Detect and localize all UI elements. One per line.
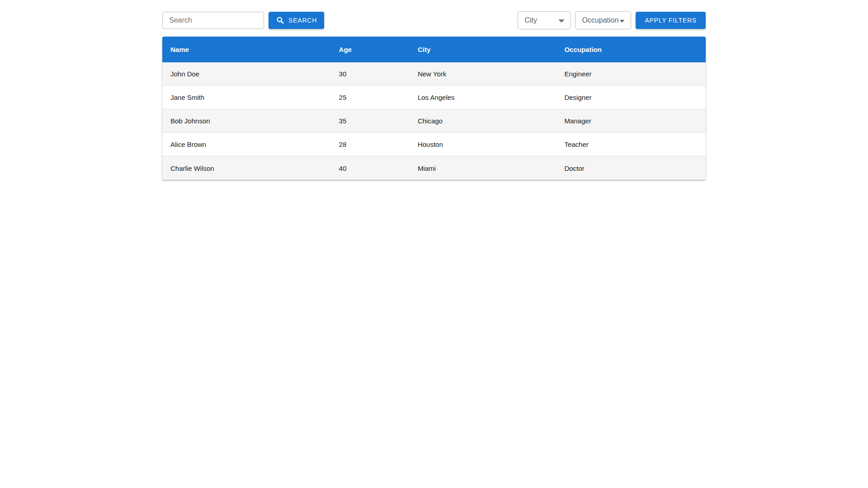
cell-occupation: Teacher [556, 133, 706, 156]
cell-age: 25 [331, 86, 410, 109]
data-table-card: Name Age City Occupation John Doe 30 New… [162, 37, 706, 180]
caret-down-icon [620, 20, 624, 23]
cell-name: Bob Johnson [162, 109, 331, 133]
table-row: Alice Brown 28 Houston Teacher [162, 133, 706, 156]
cell-age: 40 [331, 156, 410, 180]
search-input[interactable] [162, 12, 264, 29]
cell-name: John Doe [162, 62, 331, 86]
occupation-filter-label: Occupation [582, 16, 618, 24]
column-header-age: Age [331, 37, 410, 62]
cell-name: Charlie Wilson [162, 156, 331, 180]
table-header-row: Name Age City Occupation [162, 37, 706, 62]
search-button[interactable]: SEARCH [269, 12, 324, 29]
search-bar: SEARCH [162, 12, 324, 29]
column-header-city: City [410, 37, 557, 62]
cell-city: Los Angeles [410, 86, 557, 109]
column-header-name: Name [162, 37, 331, 62]
cell-name: Jane Smith [162, 86, 331, 109]
data-table: Name Age City Occupation John Doe 30 New… [162, 37, 706, 180]
cell-occupation: Engineer [556, 62, 706, 86]
search-button-label: SEARCH [288, 17, 317, 24]
select-arrow-down-icon [558, 19, 565, 23]
apply-filters-button[interactable]: APPLY FILTERS [636, 12, 706, 29]
cell-occupation: Manager [556, 109, 706, 133]
cell-occupation: Doctor [556, 156, 706, 180]
table-row: Charlie Wilson 40 Miami Doctor [162, 156, 706, 180]
occupation-filter-dropdown[interactable]: Occupation [575, 11, 631, 29]
cell-city: New York [410, 62, 557, 86]
cell-age: 35 [331, 109, 410, 133]
cell-city: Chicago [410, 109, 557, 133]
table-row: Bob Johnson 35 Chicago Manager [162, 109, 706, 133]
filter-controls: City Occupation APPLY FILTERS [518, 11, 706, 29]
cell-city: Houston [410, 133, 557, 156]
toolbar: SEARCH City Occupation APPLY FILTERS [162, 11, 706, 29]
column-header-occupation: Occupation [556, 37, 706, 62]
table-row: Jane Smith 25 Los Angeles Designer [162, 86, 706, 109]
search-icon [276, 16, 285, 25]
table-row: John Doe 30 New York Engineer [162, 62, 706, 86]
cell-age: 28 [331, 133, 410, 156]
cell-occupation: Designer [556, 86, 706, 109]
table-body: John Doe 30 New York Engineer Jane Smith… [162, 62, 706, 180]
cell-age: 30 [331, 62, 410, 86]
page: SEARCH City Occupation APPLY FILTERS Nam… [162, 0, 706, 180]
city-filter-select[interactable]: City [518, 11, 571, 29]
cell-city: Miami [410, 156, 557, 180]
cell-name: Alice Brown [162, 133, 331, 156]
city-filter-label: City [524, 16, 537, 24]
